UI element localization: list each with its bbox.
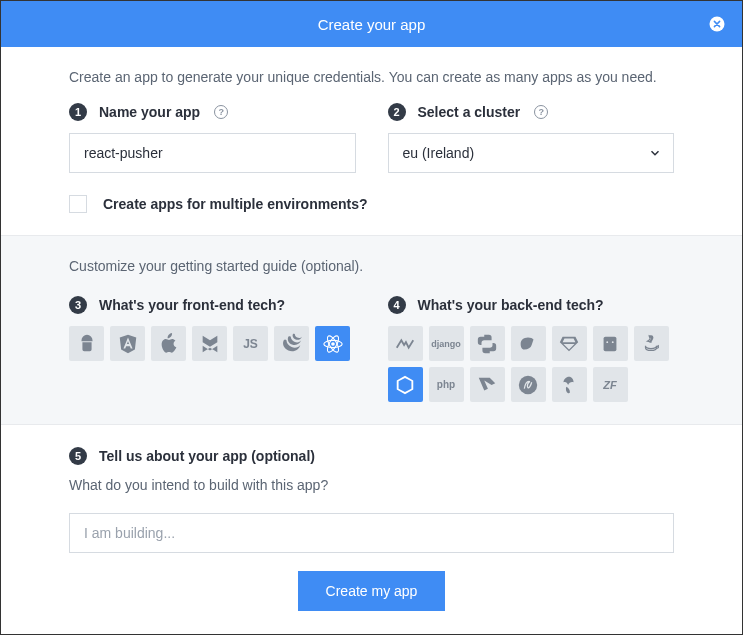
step5-question: What do you intend to build with this ap… (69, 477, 674, 493)
help-icon[interactable]: ? (214, 105, 228, 119)
tech-java-icon[interactable] (634, 326, 669, 361)
intro-text: Create an app to generate your unique cr… (69, 69, 674, 85)
tech-cordova-icon[interactable] (593, 326, 628, 361)
multi-env-label: Create apps for multiple environments? (103, 196, 368, 212)
backend-tech-grid: django php ZF (388, 326, 675, 402)
step2-label: 2 Select a cluster ? (388, 103, 675, 121)
tech-django-icon[interactable]: django (429, 326, 464, 361)
tech-android-icon[interactable] (69, 326, 104, 361)
create-app-modal: Create your app Create an app to generat… (1, 1, 742, 634)
customize-intro: Customize your getting started guide (op… (69, 258, 674, 274)
step5-label: 5 Tell us about your app (optional) (69, 447, 674, 465)
modal-header: Create your app (1, 1, 742, 47)
step3-text: What's your front-end tech? (99, 297, 285, 313)
cluster-group: 2 Select a cluster ? eu (Ireland) (388, 103, 675, 173)
modal-title: Create your app (318, 16, 426, 33)
section-about: 5 Tell us about your app (optional) What… (1, 425, 742, 633)
step4-text: What's your back-end tech? (418, 297, 604, 313)
step2-text: Select a cluster (418, 104, 521, 120)
step-number: 3 (69, 296, 87, 314)
section-basic: Create an app to generate your unique cr… (1, 47, 742, 235)
svg-point-7 (612, 341, 614, 343)
tech-ruby-icon[interactable] (552, 326, 587, 361)
tech-angular-icon[interactable] (110, 326, 145, 361)
cluster-select[interactable]: eu (Ireland) (388, 133, 675, 173)
step4-label: 4 What's your back-end tech? (388, 296, 675, 314)
step-number: 2 (388, 103, 406, 121)
tech-go-icon[interactable] (511, 326, 546, 361)
tech-backbone-icon[interactable] (192, 326, 227, 361)
footer: Create my app (69, 553, 674, 611)
tech-laravel-icon[interactable] (470, 367, 505, 402)
name-app-group: 1 Name your app ? (69, 103, 356, 173)
section-tech: Customize your getting started guide (op… (1, 235, 742, 425)
tech-yii-icon[interactable] (552, 367, 587, 402)
tech-nodejs-icon[interactable] (388, 367, 423, 402)
step-number: 5 (69, 447, 87, 465)
multi-env-checkbox[interactable] (69, 195, 87, 213)
close-icon[interactable] (708, 15, 726, 33)
app-name-input[interactable] (69, 133, 356, 173)
multi-env-row: Create apps for multiple environments? (69, 195, 674, 213)
step-number: 4 (388, 296, 406, 314)
tech-php-icon[interactable]: php (429, 367, 464, 402)
step1-text: Name your app (99, 104, 200, 120)
modal-body: Create an app to generate your unique cr… (1, 47, 742, 634)
step-number: 1 (69, 103, 87, 121)
tech-python-icon[interactable] (470, 326, 505, 361)
tech-javascript-icon[interactable]: JS (233, 326, 268, 361)
step5-text: Tell us about your app (optional) (99, 448, 315, 464)
tech-zend-icon[interactable]: ZF (593, 367, 628, 402)
tech-symfony-icon[interactable] (511, 367, 546, 402)
about-app-input[interactable] (69, 513, 674, 553)
step3-label: 3 What's your front-end tech? (69, 296, 356, 314)
frontend-tech-grid: JS (69, 326, 356, 361)
svg-point-6 (606, 341, 608, 343)
step1-label: 1 Name your app ? (69, 103, 356, 121)
svg-rect-5 (604, 336, 617, 351)
svg-point-1 (331, 342, 335, 346)
frontend-group: 3 What's your front-end tech? JS (69, 296, 356, 402)
tech-dotnet-icon[interactable] (388, 326, 423, 361)
tech-jquery-icon[interactable] (274, 326, 309, 361)
backend-group: 4 What's your back-end tech? django php (388, 296, 675, 402)
tech-react-icon[interactable] (315, 326, 350, 361)
create-app-button[interactable]: Create my app (298, 571, 446, 611)
help-icon[interactable]: ? (534, 105, 548, 119)
tech-ios-icon[interactable] (151, 326, 186, 361)
